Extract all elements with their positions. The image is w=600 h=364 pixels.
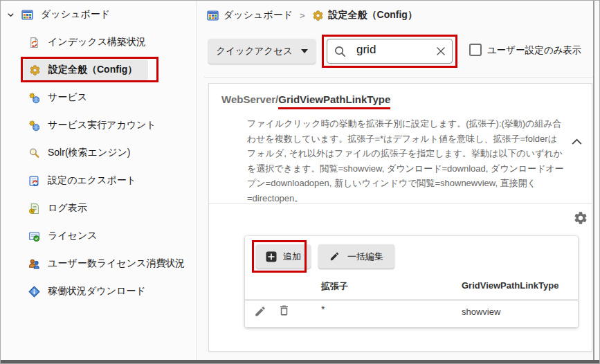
config-gear-icon [29,64,41,76]
value-list-panel: 追加 一括編集 拡張子 GridViewPathLinkType [245,236,578,327]
status-download-icon [28,286,40,298]
sidebar-item-license[interactable]: ライセンス [1,222,196,250]
pencil-icon [329,251,340,262]
sidebar-selected-pill: 設定全般（Config） [24,60,148,80]
plus-square-icon [266,251,277,262]
breadcrumb-config[interactable]: 設定全般（Config） [312,9,417,21]
dashboard-icon [21,9,33,21]
sidebar-item-label: 設定全般（Config） [48,64,137,76]
settings-gear-icon[interactable] [573,210,588,226]
sidebar-item-service[interactable]: サービス [1,84,196,111]
sidebar-item-service-account[interactable]: サービス実行アカウント [1,111,196,139]
quick-access-button[interactable]: クイックアクセス [208,39,316,64]
sidebar-item-label: 稼働状況ダウンロード [48,285,146,298]
license-icon [28,230,40,242]
sidebar-item-label: サービス実行アカウント [48,119,156,131]
window-right-edge [593,1,594,360]
delete-row-trash-icon[interactable] [278,304,291,317]
config-card: WebServer/GridViewPathLinkType ファイルクリック時… [208,83,592,352]
sidebar-item-export[interactable]: 設定のエクスポート [1,167,196,194]
window-bottom-bar [1,360,599,363]
cell-value: showview [462,307,500,317]
edit-row-pencil-icon[interactable] [254,305,266,318]
breadcrumb-separator: > [298,10,307,21]
sidebar-item-solr[interactable]: Solr(検索エンジン) [1,139,196,167]
setting-key-annotated: GridViewPathLinkType [278,93,390,109]
sidebar-item-log[interactable]: ログ表示 [1,194,196,222]
config-gear-icon [312,10,324,21]
search-value: grid [356,43,376,57]
service-account-icon [28,120,40,131]
chevron-down-icon[interactable] [6,10,15,19]
collapse-chevron-up-icon[interactable] [570,136,584,147]
cell-extension: * [321,304,325,315]
sidebar-item-label: ダッシュボード [41,8,110,21]
breadcrumb-label: ダッシュボード [224,9,293,21]
bulk-edit-button[interactable]: 一括編集 [318,244,394,269]
breadcrumb-label: 設定全般（Config） [329,9,417,21]
search-input[interactable]: grid [327,39,453,64]
log-icon [28,203,40,215]
sidebar-item-label: サービス [48,91,87,104]
user-settings-only-checkbox[interactable] [469,44,482,56]
card-divider [209,203,592,204]
breadcrumb: ダッシュボード > 設定全般（Config） [207,8,417,23]
search-icon [334,45,347,58]
sidebar-item-label: ライセンス [48,230,98,242]
sidebar-item-config[interactable]: 設定全般（Config） [1,56,196,84]
main-content: ダッシュボード > 設定全般（Config） クイックアクセス grid [197,1,599,360]
clear-search-icon[interactable] [435,46,446,57]
setting-path-prefix: WebServer/ [221,93,278,105]
sidebar-item-label: 設定のエクスポート [48,174,136,187]
sidebar-item-label: インデックス構築状況 [48,36,146,48]
toolbar-divider [204,77,594,78]
setting-description: ファイルクリック時の挙動を拡張子別に設定します。(拡張子):(挙動)の組み合わせ… [247,116,564,206]
index-build-icon [28,37,40,48]
sidebar-item-user-license[interactable]: ユーザー数ライセンス消費状況 [1,250,196,277]
sidebar: ダッシュボード インデックス構築状況 設定全般（Config） サービス [1,1,197,360]
add-button-label: 追加 [283,251,301,263]
solr-search-icon [28,147,40,159]
sidebar-item-label: Solr(検索エンジン) [48,147,131,159]
sidebar-item-status-download[interactable]: 稼働状況ダウンロード [1,277,196,305]
export-icon [28,175,40,187]
quick-access-label: クイックアクセス [216,45,293,57]
add-button[interactable]: 追加 [256,244,311,269]
sidebar-item-label: ユーザー数ライセンス消費状況 [48,257,185,270]
column-header-extension: 拡張子 [321,280,348,293]
app-window: ダッシュボード インデックス構築状況 設定全般（Config） サービス [0,0,600,364]
user-settings-only-label[interactable]: ユーザー設定のみ表示 [487,44,581,57]
bulk-edit-button-label: 一括編集 [347,251,383,263]
dropdown-arrow-icon [301,49,308,53]
breadcrumb-dashboard[interactable]: ダッシュボード [207,9,293,21]
config-setting-title: WebServer/GridViewPathLinkType [221,92,390,107]
sidebar-item-label: ログ表示 [48,202,87,215]
dashboard-icon [207,10,219,21]
sidebar-item-index-build[interactable]: インデックス構築状況 [1,28,196,56]
users-license-icon [28,258,40,270]
table-header-divider [245,300,578,300]
column-header-gridviewpathlinktype: GridViewPathLinkType [462,280,558,291]
service-icon [28,92,40,104]
sidebar-item-dashboard[interactable]: ダッシュボード [1,1,196,28]
